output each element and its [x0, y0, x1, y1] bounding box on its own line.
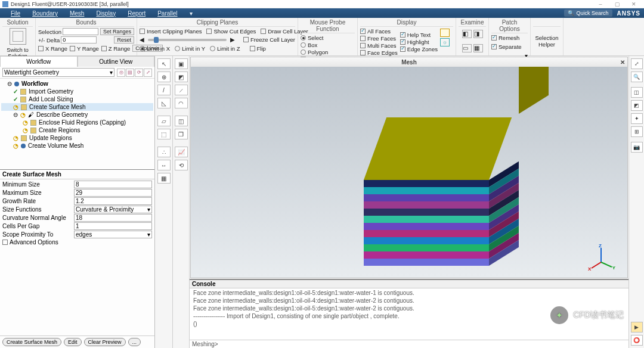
- growth-field[interactable]: 1.2: [74, 197, 152, 205]
- slider-right-icon[interactable]: ▶: [230, 36, 235, 43]
- flip-check[interactable]: Flip: [250, 45, 266, 52]
- insert-clipping-check[interactable]: Insert Clipping Planes: [140, 28, 202, 35]
- z-range-check[interactable]: Z Range: [101, 45, 130, 52]
- box-wire-icon[interactable]: ▣: [175, 58, 188, 69]
- viewport[interactable]: Z X Y: [191, 67, 627, 278]
- plus-select-icon[interactable]: ⊕: [157, 72, 171, 82]
- play-icon[interactable]: ▶: [631, 322, 643, 333]
- more-button[interactable]: ...: [128, 338, 141, 346]
- angle-icon[interactable]: ⟋: [175, 85, 188, 95]
- display-opt-icon-2[interactable]: ☼: [440, 38, 450, 46]
- persp-icon[interactable]: ◫: [631, 87, 643, 98]
- mouse-box-radio[interactable]: Box: [301, 42, 317, 48]
- menu-report[interactable]: Report: [122, 10, 151, 17]
- triangle-icon[interactable]: ◺: [157, 98, 171, 108]
- minimize-button[interactable]: –: [595, 1, 606, 7]
- display-opt-icon-1[interactable]: [440, 29, 450, 37]
- slider-left-icon[interactable]: ◀: [140, 36, 144, 43]
- max-size-field[interactable]: 29: [74, 189, 152, 197]
- examine-icon-4[interactable]: ▦: [473, 44, 483, 52]
- free-faces-check[interactable]: Free Faces: [360, 35, 398, 42]
- cube-iso-icon[interactable]: ❒: [175, 129, 188, 139]
- advanced-options-check[interactable]: Advanced Options: [2, 239, 74, 246]
- y-range-check[interactable]: Y Range: [70, 45, 99, 52]
- tree-describe-geom[interactable]: ⊖◔🖌Describe Geometry: [1, 111, 153, 119]
- tree-create-volume-mesh[interactable]: ◔Create Volume Mesh: [1, 142, 153, 150]
- limit-z-radio[interactable]: Limit in Z: [210, 45, 240, 52]
- persp-alt-icon[interactable]: ◩: [631, 100, 643, 111]
- limit-x-radio[interactable]: Limit in X: [140, 45, 170, 52]
- all-faces-check[interactable]: All Faces: [360, 28, 398, 35]
- help-text-check[interactable]: Help Text: [400, 32, 438, 38]
- examine-icon-3[interactable]: ▭: [462, 44, 472, 52]
- separate-check[interactable]: Separate: [491, 44, 522, 50]
- multi-faces-check[interactable]: Multi Faces: [360, 42, 398, 49]
- menu-mesh[interactable]: Mesh: [64, 10, 90, 17]
- edge-zones-check[interactable]: Edge Zones: [400, 46, 438, 52]
- switch-to-solution-icon[interactable]: [10, 28, 26, 45]
- slash-icon[interactable]: /: [157, 85, 171, 95]
- wf-tool-4[interactable]: ⤢: [144, 69, 152, 77]
- box-fill-icon[interactable]: ◩: [175, 72, 188, 82]
- x-range-check[interactable]: X Range: [38, 45, 67, 52]
- edit-button[interactable]: Edit: [64, 338, 82, 346]
- volume-icon[interactable]: ⬚: [157, 129, 171, 139]
- menu-boundary[interactable]: Boundary: [26, 10, 64, 17]
- menu-display[interactable]: Display: [90, 10, 122, 17]
- tab-outline[interactable]: Outline View: [78, 56, 155, 67]
- tree-enclose-fluid[interactable]: ◔Enclose Fluid Regions (Capping): [1, 119, 153, 126]
- console-prompt[interactable]: Meshing>: [190, 340, 628, 348]
- dots-icon[interactable]: ∴: [157, 147, 171, 157]
- maximize-button[interactable]: ▢: [612, 1, 623, 7]
- tab-workflow[interactable]: Workflow: [0, 56, 78, 67]
- face-icon[interactable]: ▱: [157, 116, 171, 126]
- zoom-fit-icon[interactable]: ⤢: [631, 58, 643, 69]
- menu-more[interactable]: ▾: [184, 10, 199, 17]
- menu-parallel[interactable]: Parallel: [151, 10, 183, 17]
- freeze-cell-check[interactable]: Freeze Cell Layer: [243, 36, 295, 43]
- grid-icon[interactable]: ▦: [157, 173, 171, 184]
- examine-icon-1[interactable]: ◧: [462, 30, 472, 38]
- highlight-check[interactable]: Highlight: [400, 39, 438, 45]
- record-icon[interactable]: ⭕: [631, 335, 643, 346]
- workflow-type-select[interactable]: Watertight Geometry▾: [2, 68, 114, 77]
- menu-file[interactable]: File: [5, 10, 26, 17]
- wf-tool-1[interactable]: ◎: [117, 69, 125, 77]
- set-ranges-button[interactable]: Set Ranges: [100, 28, 134, 35]
- chart-icon[interactable]: 📈: [175, 147, 188, 157]
- clear-preview-button[interactable]: Clear Preview: [84, 338, 126, 346]
- show-cut-check[interactable]: Show Cut Edges: [206, 28, 256, 35]
- mouse-polygon-radio[interactable]: Polygon: [301, 49, 328, 55]
- remesh-check[interactable]: Remesh: [491, 35, 519, 41]
- selection-input[interactable]: [63, 28, 98, 35]
- wf-tool-3[interactable]: ⟳: [135, 69, 143, 77]
- cursor-icon[interactable]: ↖: [157, 58, 171, 69]
- chain-icon[interactable]: ◠: [175, 98, 188, 108]
- tree-add-local-sizing[interactable]: ✓Add Local Sizing: [1, 95, 153, 103]
- mouse-select-radio[interactable]: Select: [301, 35, 323, 41]
- cube-top-icon[interactable]: ◫: [175, 116, 188, 126]
- tree-create-surface-mesh[interactable]: ◔Create Surface Mesh: [1, 103, 153, 111]
- cells-field[interactable]: 1: [74, 222, 152, 230]
- reset-button[interactable]: Reset: [114, 36, 134, 44]
- create-surface-mesh-button[interactable]: Create Surface Mesh: [2, 338, 61, 346]
- tree-import-geom[interactable]: ✓Import Geometry: [1, 88, 153, 95]
- reload-icon[interactable]: ⟲: [175, 160, 188, 170]
- quick-search[interactable]: 🔍Quick Search: [564, 10, 612, 17]
- selection-helper-button[interactable]: Selection Helper: [533, 35, 561, 48]
- limit-y-radio[interactable]: Limit in Y: [175, 45, 205, 52]
- align-front-icon[interactable]: ⊞: [631, 126, 643, 137]
- measure-icon[interactable]: ↔: [157, 160, 171, 170]
- examine-icon-2[interactable]: ◨: [473, 30, 483, 38]
- wf-tool-2[interactable]: ▤: [126, 69, 134, 77]
- close-button[interactable]: ✕: [628, 1, 639, 7]
- face-edges-check[interactable]: Face Edges: [360, 49, 398, 56]
- delta-input[interactable]: [61, 36, 97, 44]
- tree-update-regions[interactable]: ◔Update Regions: [1, 134, 153, 142]
- clipping-slider[interactable]: [148, 39, 227, 41]
- sizefun-select[interactable]: Curvature & Proximity▾: [74, 206, 152, 213]
- tree-create-regions[interactable]: ◔Create Regions: [1, 126, 153, 134]
- min-size-field[interactable]: 8: [74, 181, 152, 188]
- display-opt-icon-3[interactable]: [440, 48, 450, 56]
- close-icon[interactable]: ✕: [620, 59, 625, 66]
